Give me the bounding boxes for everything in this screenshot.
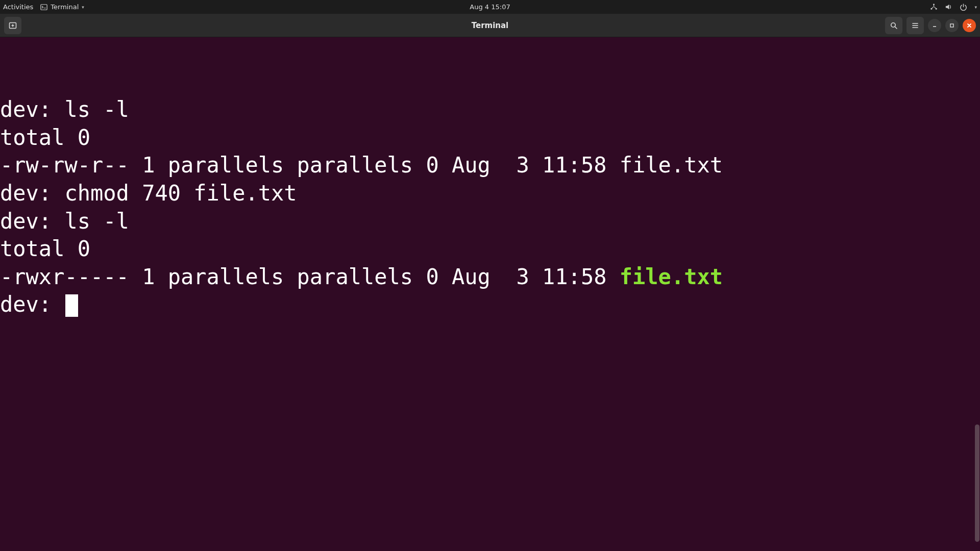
chevron-down-icon: ▾: [974, 5, 977, 10]
terminal-line: total 0: [0, 124, 978, 152]
close-button[interactable]: [963, 19, 976, 32]
terminal-line: dev: ls -l: [0, 96, 978, 124]
window-title: Terminal: [472, 21, 509, 30]
terminal-line: dev: chmod 740 file.txt: [0, 180, 978, 208]
terminal-cursor: [65, 294, 78, 317]
terminal-line: -rw-rw-r-- 1 parallels parallels 0 Aug 3…: [0, 152, 978, 180]
terminal-output[interactable]: dev: ls -ltotal 0-rw-rw-r-- 1 parallels …: [0, 37, 980, 551]
terminal-line: -rwxr----- 1 parallels parallels 0 Aug 3…: [0, 263, 978, 291]
minimize-icon: [932, 22, 938, 29]
gnome-top-bar: Activities Terminal ▾ Aug 4 15:07 ▾: [0, 0, 980, 14]
svg-rect-0: [41, 4, 47, 10]
terminal-line: total 0: [0, 235, 978, 263]
executable-filename: file.txt: [620, 264, 723, 289]
maximize-button[interactable]: [945, 19, 959, 32]
power-icon: [960, 3, 967, 11]
activities-button[interactable]: Activities: [3, 3, 33, 11]
maximize-icon: [949, 22, 955, 29]
minimize-button[interactable]: [928, 19, 941, 32]
close-icon: [966, 22, 972, 29]
search-button[interactable]: [885, 17, 902, 34]
new-tab-icon: [8, 21, 17, 30]
scrollbar-thumb[interactable]: [975, 424, 979, 542]
terminal-icon: [40, 4, 47, 11]
menu-button[interactable]: [906, 17, 924, 34]
app-menu-label: Terminal: [51, 3, 79, 11]
terminal-line: dev: ls -l: [0, 208, 978, 236]
terminal-line: dev:: [0, 291, 978, 319]
clock[interactable]: Aug 4 15:07: [470, 3, 510, 11]
chevron-down-icon: ▾: [82, 5, 84, 10]
app-menu[interactable]: Terminal ▾: [40, 3, 84, 11]
search-icon: [890, 21, 898, 30]
new-tab-button[interactable]: [4, 17, 21, 34]
hamburger-icon: [911, 21, 919, 30]
system-status-area[interactable]: ▾: [930, 3, 977, 11]
network-icon: [930, 3, 938, 11]
window-titlebar: Terminal: [0, 14, 980, 37]
svg-rect-6: [950, 24, 953, 27]
volume-icon: [945, 3, 952, 11]
